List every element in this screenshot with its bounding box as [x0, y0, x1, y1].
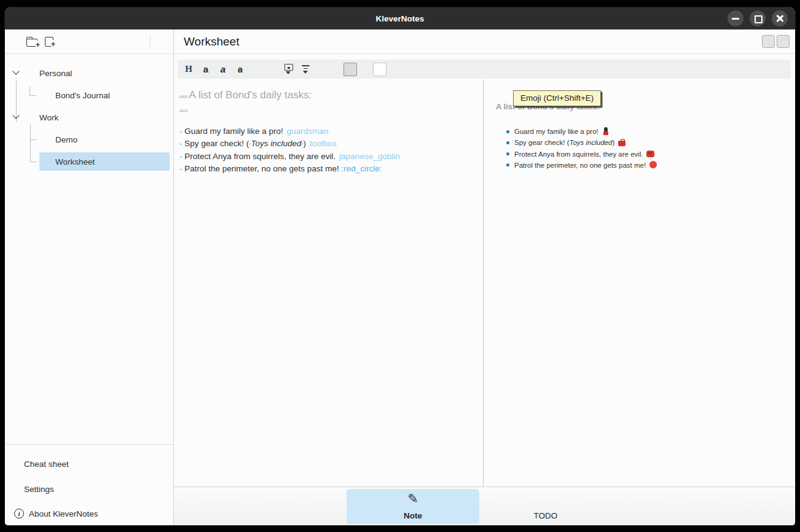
- page-title: Worksheet: [184, 35, 239, 49]
- tab-note[interactable]: ✎ Note: [347, 489, 479, 524]
- chevron-down-icon[interactable]: [12, 112, 19, 119]
- header-action-button-2[interactable]: [777, 35, 790, 48]
- editor-line: ### A list of Bond's daily tasks:: [179, 87, 477, 105]
- strikethrough-button[interactable]: a: [232, 61, 249, 77]
- add-note-icon[interactable]: [45, 37, 53, 47]
- preview-text: Patrol the perimeter, no one gets past m…: [514, 162, 648, 169]
- preview-text: Protect Anya from squirrels, they are ev…: [514, 151, 645, 158]
- plus-glyph: [51, 38, 55, 49]
- add-folder-icon[interactable]: [26, 37, 37, 47]
- pencil-icon: ✎: [347, 491, 479, 506]
- page-header: Worksheet: [174, 29, 794, 54]
- format-toolbar: H a a a: [178, 60, 791, 79]
- window-controls: [727, 10, 788, 26]
- editor-segment: A list of Bond's daily tasks:: [189, 89, 312, 101]
- app-content: Personal Bond's Journal Work Demo Worksh…: [5, 29, 795, 525]
- tree-item-label: Bond's Journal: [55, 91, 110, 100]
- format-dropdown-button[interactable]: [297, 61, 314, 77]
- editor-segment: ###: [179, 108, 187, 114]
- note-panes: ### A list of Bond's daily tasks:###- Gu…: [174, 80, 794, 487]
- icon-detail: [288, 67, 290, 69]
- editor-segment: ###: [179, 94, 189, 100]
- editor-line: - Spy gear check! (*Toys included*) :too…: [179, 138, 477, 151]
- header-action-button-1[interactable]: [762, 35, 775, 48]
- editor-segment: -: [179, 152, 184, 161]
- bold-icon: a: [203, 64, 208, 74]
- chevron-down-icon[interactable]: [12, 68, 19, 74]
- preview-text: Spy gear check! (: [514, 139, 569, 146]
- strikethrough-icon: a: [238, 65, 243, 74]
- about-button[interactable]: About KleverNotes: [5, 505, 173, 522]
- header-buttons: [762, 35, 790, 48]
- japanese_goblin-emoji: [646, 150, 655, 158]
- editor-line: ###: [179, 105, 477, 115]
- editor-segment: :: [400, 155, 401, 160]
- red_circle-emoji: [649, 161, 657, 169]
- main-area: Worksheet H a a a: [174, 29, 794, 525]
- settings-label: Settings: [24, 485, 54, 494]
- tree-item-demo[interactable]: Demo: [5, 128, 173, 151]
- editor-segment: :: [328, 130, 329, 135]
- format-dropdown-icon: [301, 64, 310, 74]
- sidebar-footer: Cheat sheet Settings About KleverNotes: [5, 444, 173, 525]
- tab-todo-label: TODO: [479, 511, 612, 520]
- tab-todo[interactable]: TODO: [479, 489, 612, 524]
- preview-list-item: Protect Anya from squirrels, they are ev…: [514, 149, 782, 160]
- close-icon[interactable]: [772, 10, 788, 26]
- maximize-icon[interactable]: [750, 10, 766, 26]
- tree-item-worksheet[interactable]: Worksheet: [5, 151, 173, 173]
- editor-segment: Toys included: [251, 139, 301, 148]
- main-body: H a a a Emoji (Ctrl+Shift+E) ### A list …: [174, 54, 794, 487]
- editor-segment: japanese_goblin: [339, 152, 399, 161]
- tree-item-personal[interactable]: Personal: [5, 62, 173, 84]
- emoji-tooltip: Emoji (Ctrl+Shift+E): [513, 90, 601, 106]
- insert-dropdown-button[interactable]: [280, 61, 297, 77]
- bold-button[interactable]: a: [197, 61, 214, 77]
- about-label: About KleverNotes: [29, 509, 98, 518]
- cheat-sheet-button[interactable]: Cheat sheet: [5, 455, 173, 472]
- tree-item-label: Personal: [39, 69, 72, 78]
- heading-button[interactable]: H: [180, 61, 197, 77]
- insert-dropdown-icon: [284, 64, 293, 74]
- tree-item-bonds-journal[interactable]: Bond's Journal: [5, 84, 173, 106]
- editor-segment: Spy gear check! (: [184, 139, 249, 148]
- editor-segment: ): [304, 139, 308, 148]
- emoji-button[interactable]: [343, 63, 357, 76]
- editor-segment: -: [179, 164, 184, 173]
- editor-segment: -: [179, 127, 184, 136]
- titlebar[interactable]: KleverNotes: [5, 7, 795, 29]
- preview-list: Guard my family like a pro! Spy gear che…: [496, 126, 782, 171]
- settings-button[interactable]: Settings: [5, 480, 173, 498]
- editor-segment: -: [179, 139, 184, 148]
- plus-glyph: [36, 39, 40, 50]
- tree-item-label: Demo: [55, 135, 77, 144]
- editor-content[interactable]: ### A list of Bond's daily tasks:###- Gu…: [174, 80, 484, 487]
- editor-segment: :: [337, 142, 338, 147]
- preview-list-item: Patrol the perimeter, no one gets past m…: [514, 160, 782, 171]
- app-window: KleverNotes Personal: [5, 7, 795, 525]
- editor-segment: :red_circle:: [341, 164, 382, 173]
- toolbox-emoji: [618, 138, 626, 146]
- editor-line: - Guard my family like a pro! :guardsman…: [179, 126, 477, 138]
- window-title: KleverNotes: [376, 14, 425, 23]
- info-icon: [14, 509, 24, 518]
- tree-item-work[interactable]: Work: [5, 106, 173, 128]
- cheat-sheet-label: Cheat sheet: [24, 460, 69, 469]
- guardsman-emoji: [602, 127, 610, 135]
- preview-text: Toys included: [569, 139, 612, 146]
- note-tree: Personal Bond's Journal Work Demo Worksh…: [5, 62, 173, 179]
- tree-item-label: Work: [39, 113, 58, 122]
- minimize-icon[interactable]: [727, 10, 743, 26]
- editor-line: - Protect Anya from squirrels, they are …: [179, 151, 477, 163]
- highlight-button[interactable]: [373, 63, 386, 76]
- italic-icon: a: [221, 64, 225, 74]
- bottom-tabbar: ✎ Note TODO: [174, 487, 794, 525]
- tab-note-label: Note: [347, 511, 479, 520]
- editor-segment: guardsman: [287, 127, 329, 136]
- italic-button[interactable]: a: [214, 61, 232, 77]
- preview-list-item: Guard my family like a pro!: [514, 126, 782, 137]
- editor-line: - Patrol the perimeter, no one gets past…: [179, 163, 477, 174]
- editor-line: [179, 115, 477, 126]
- preview-pane: A list of Bond's daily tasks: Guard my f…: [484, 80, 794, 487]
- sidebar-toolbar-separator: [150, 34, 151, 49]
